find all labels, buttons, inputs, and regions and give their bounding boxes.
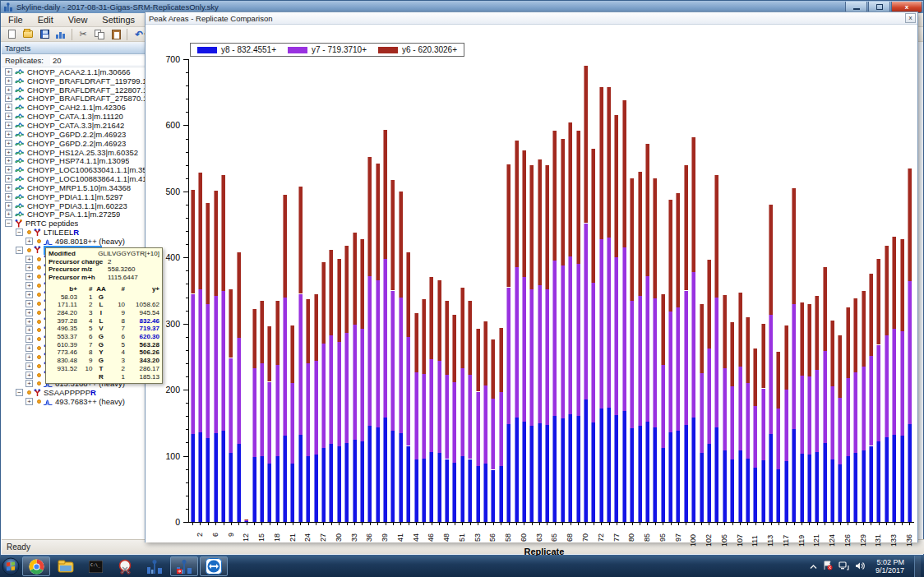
bar-segment-y7[interactable] xyxy=(229,358,233,453)
bar-segment-y8[interactable] xyxy=(838,464,842,522)
taskbar-icon-chrome[interactable] xyxy=(22,556,50,576)
bar-segment-y8[interactable] xyxy=(367,426,372,522)
expand-toggle-icon[interactable]: + xyxy=(5,104,12,111)
bar-segment-y6[interactable] xyxy=(614,115,618,257)
bar-segment-y8[interactable] xyxy=(892,435,896,522)
expand-toggle-icon[interactable]: + xyxy=(5,68,12,76)
bar-segment-y6[interactable] xyxy=(908,168,912,282)
bar-segment-y8[interactable] xyxy=(645,422,649,522)
bar-segment-y7[interactable] xyxy=(707,349,711,444)
bar-segment-y6[interactable] xyxy=(676,193,680,307)
bar-segment-y7[interactable] xyxy=(468,375,472,459)
bar-segment-y7[interactable] xyxy=(191,294,195,435)
bar-segment-y7[interactable] xyxy=(792,304,796,430)
bar-segment-y7[interactable] xyxy=(892,329,896,435)
bar-segment-y6[interactable] xyxy=(552,131,557,261)
bar-segment-y8[interactable] xyxy=(746,459,750,522)
bar-segment-y6[interactable] xyxy=(684,165,688,291)
bar-segment-y8[interactable] xyxy=(761,460,765,522)
bar-segment-y8[interactable] xyxy=(198,432,202,522)
save-icon[interactable] xyxy=(36,28,53,41)
bar-segment-y6[interactable] xyxy=(237,252,241,339)
bar-segment-y7[interactable] xyxy=(900,331,904,436)
bar-segment-y7[interactable] xyxy=(306,363,310,456)
bar-segment-y6[interactable] xyxy=(730,322,734,386)
bar-segment-y6[interactable] xyxy=(445,301,449,375)
bar-segment-y6[interactable] xyxy=(376,164,380,280)
bar-segment-y8[interactable] xyxy=(730,459,734,522)
bar-segment-y8[interactable] xyxy=(399,433,403,522)
bar-segment-y7[interactable] xyxy=(237,338,241,444)
bar-segment-y7[interactable] xyxy=(422,374,426,459)
paste-icon[interactable] xyxy=(108,28,124,41)
bar-segment-y6[interactable] xyxy=(653,178,657,298)
expand-toggle-icon[interactable]: + xyxy=(25,380,33,387)
bar-segment-y8[interactable] xyxy=(452,463,456,522)
bar-segment-y6[interactable] xyxy=(885,246,889,335)
bar-segment-y7[interactable] xyxy=(214,296,218,433)
show-desktop-button[interactable] xyxy=(914,556,921,577)
bar-segment-y6[interactable] xyxy=(807,304,811,377)
bar-segment-y8[interactable] xyxy=(414,459,418,522)
bar-segment-y6[interactable] xyxy=(515,141,519,267)
bar-segment-y7[interactable] xyxy=(460,368,464,456)
bar-segment-y7[interactable] xyxy=(538,285,542,423)
bar-segment-y8[interactable] xyxy=(830,459,834,522)
bar-segment-y7[interactable] xyxy=(700,373,704,453)
bar-segment-y6[interactable] xyxy=(892,237,896,330)
bar-segment-y8[interactable] xyxy=(622,411,626,522)
bar-segment-y8[interactable] xyxy=(568,414,572,522)
bar-segment-y8[interactable] xyxy=(853,453,857,522)
bar-segment-y8[interactable] xyxy=(807,455,811,522)
expand-toggle-icon[interactable]: − xyxy=(16,247,23,254)
bar-segment-y6[interactable] xyxy=(460,288,464,368)
bar-segment-y7[interactable] xyxy=(290,383,294,464)
expand-toggle-icon[interactable]: + xyxy=(5,95,12,102)
bar-segment-y8[interactable] xyxy=(237,444,241,522)
bar-segment-y6[interactable] xyxy=(229,289,233,358)
bar-segment-y7[interactable] xyxy=(761,389,765,461)
bar-segment-y8[interactable] xyxy=(360,441,364,522)
bar-segment-y7[interactable] xyxy=(607,238,611,408)
bar-segment-y6[interactable] xyxy=(853,298,857,372)
bar-segment-y6[interactable] xyxy=(761,324,765,389)
taskbar-icon-windows-explorer[interactable] xyxy=(52,556,80,576)
bar-segment-y8[interactable] xyxy=(607,408,611,522)
bar-segment-y7[interactable] xyxy=(908,281,912,424)
bar-segment-y6[interactable] xyxy=(876,259,880,345)
bar-segment-y7[interactable] xyxy=(399,298,403,434)
bar-segment-y7[interactable] xyxy=(522,277,526,421)
bar-segment-y7[interactable] xyxy=(491,399,495,469)
bar-segment-y7[interactable] xyxy=(283,298,287,436)
bar-segment-y6[interactable] xyxy=(314,294,318,361)
bar-segment-y8[interactable] xyxy=(653,427,657,522)
bar-segment-y8[interactable] xyxy=(515,418,519,522)
volume-icon[interactable] xyxy=(855,559,866,574)
peak-areas-close-button[interactable]: x xyxy=(905,13,916,23)
network-icon[interactable] xyxy=(839,559,849,574)
bar-segment-y8[interactable] xyxy=(700,453,704,523)
bar-segment-y6[interactable] xyxy=(329,250,333,336)
bar-segment-y7[interactable] xyxy=(529,289,534,426)
bar-segment-y7[interactable] xyxy=(476,392,480,467)
replicate-comparison-chart[interactable]: y8 - 832.4551+y7 - 719.3710+y6 - 620.302… xyxy=(146,25,917,542)
copy-icon[interactable] xyxy=(91,28,108,41)
bar-segment-y8[interactable] xyxy=(784,461,788,522)
bar-segment-y8[interactable] xyxy=(862,450,866,522)
bar-segment-y6[interactable] xyxy=(545,165,549,289)
bar-segment-y7[interactable] xyxy=(314,361,318,455)
bar-segment-y7[interactable] xyxy=(800,375,804,454)
bar-segment-y7[interactable] xyxy=(252,368,256,457)
bar-segment-y6[interactable] xyxy=(668,200,672,312)
bar-segment-y7[interactable] xyxy=(885,335,889,437)
cut-icon[interactable]: ✂ xyxy=(75,28,91,41)
bar-segment-y8[interactable] xyxy=(576,416,580,522)
bar-segment-y7[interactable] xyxy=(638,296,642,426)
bar-segment-y7[interactable] xyxy=(807,376,811,455)
bar-segment-y7[interactable] xyxy=(730,386,734,459)
bar-segment-y7[interactable] xyxy=(260,363,264,456)
bar-segment-y8[interactable] xyxy=(191,434,195,522)
expand-toggle-icon[interactable]: + xyxy=(5,184,12,192)
expand-toggle-icon[interactable]: + xyxy=(25,353,33,361)
bar-segment-y8[interactable] xyxy=(298,435,303,522)
